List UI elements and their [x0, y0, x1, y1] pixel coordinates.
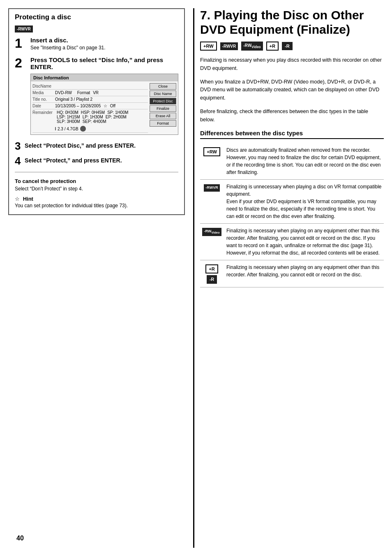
disc-info-header: Disc Information	[31, 74, 178, 81]
chapter-num: 7.	[200, 8, 210, 22]
step-2: 2 Press TOOLS to select “Disc Info,” and…	[15, 56, 178, 135]
diff-row-rwvr: -RWVR Finalizing is unnecessary when pla…	[200, 179, 384, 223]
step-3-number: 3	[15, 140, 21, 152]
hint-label: Hint	[23, 196, 33, 202]
main-title: 7. Playing the Disc on Other DVD Equipme…	[200, 8, 384, 37]
badge-minus-rwvr: -RWVR	[220, 42, 238, 50]
cancel-title: To cancel the protection	[15, 178, 178, 184]
diff-section-title: Differences between the disc types	[200, 130, 384, 139]
disc-val-media: DVD-RW Format VR	[55, 90, 148, 95]
step-3: 3 Select “Protect Disc,” and press ENTER…	[15, 141, 178, 151]
diff-badge-plusrw: +RW	[203, 147, 220, 156]
diff-text-r: Finalizing is necessary when playing on …	[225, 260, 384, 287]
intro-para-1: Finalizing is necessary when you play di…	[200, 56, 384, 72]
disc-label-remainder: Remainder	[32, 110, 55, 124]
disc-circle-icon	[80, 126, 86, 132]
disc-size-label: 2.3 / 4.7GB	[58, 127, 78, 131]
step-1-number: 1	[15, 37, 26, 50]
disc-label-name: DiscName	[32, 84, 55, 88]
disc-progress-bar	[55, 127, 56, 130]
disc-val-date: 10/13/2005 – 10/28/2005 ☆ Off	[55, 104, 148, 108]
disc-btn-protect[interactable]: Protect Disc	[150, 98, 176, 104]
disc-label-titleno: Title no.	[32, 97, 55, 102]
diff-badge-rwvideo: -RWVideo	[202, 228, 221, 236]
divider-left	[15, 172, 178, 172]
disc-btn-finalize[interactable]: Finalize	[150, 105, 176, 112]
step-1-title: Insert a disc.	[30, 37, 178, 44]
disc-btn-discname[interactable]: Disc Name	[150, 90, 176, 97]
step-3-title: Select “Protect Disc,” and press ENTER.	[25, 142, 136, 149]
intro-para-3: Before finalizing, check the differences…	[200, 108, 384, 124]
diff-badge-minusr: -R	[207, 275, 217, 283]
disc-label-media: Media	[32, 90, 55, 95]
badge-minus-rwvideo: -RWVideo	[241, 42, 263, 51]
step-4: 4 Select “Protect,” and press ENTER.	[15, 155, 178, 166]
disc-format-value: VR	[93, 90, 99, 95]
diff-table: +RW Discs are automatically finalized wh…	[200, 143, 384, 287]
step-4-number: 4	[15, 155, 21, 167]
disc-val-titleno: Original 3 / Playlist 2	[55, 97, 148, 102]
disc-info-dialog: Disc Information DiscName Media	[30, 74, 178, 135]
step-1: 1 Insert a disc. See "Inserting a Disc" …	[15, 37, 178, 51]
diff-text-rwvr: Finalizing is unnecessary when playing a…	[225, 179, 384, 223]
diff-badge-plusr: +R	[205, 264, 218, 273]
right-column: 7. Playing the Disc on Other DVD Equipme…	[193, 8, 384, 548]
disc-format-label: Format	[77, 90, 90, 95]
disc-info-buttons: Close Disc Name Protect Disc Finalize Er…	[150, 83, 176, 133]
disc-btn-eraseall[interactable]: Erase All	[150, 113, 176, 119]
step-4-title: Select “Protect,” and press ENTER.	[25, 157, 122, 164]
badge-rwvr-left: -RWVR	[15, 25, 33, 32]
right-badge-row: +RW -RWVR -RWVideo +R -R	[200, 42, 384, 51]
intro-para-2: When you finalize a DVD+RW, DVD-RW (Vide…	[200, 78, 384, 102]
badge-plus-rw: +RW	[200, 42, 217, 51]
hint-text: You can set protection for individual ti…	[15, 203, 178, 208]
diff-row-r: +R -R Finalizing is necessary when playi…	[200, 260, 384, 287]
left-section-title: Protecting a disc	[15, 13, 178, 21]
step-2-number: 2	[15, 56, 26, 70]
page-number: 40	[16, 535, 24, 542]
disc-btn-format[interactable]: Format	[150, 120, 176, 127]
cancel-text: Select “Don’t Protect” in step 4.	[15, 186, 178, 192]
disc-btn-close[interactable]: Close	[150, 83, 176, 90]
disc-label-date: Date	[32, 104, 55, 108]
main-title-text: Playing the Disc on Other DVD Equipment …	[200, 8, 364, 36]
disc-media-value: DVD-RW	[55, 90, 72, 95]
diff-row-plusrw: +RW Discs are automatically finalized wh…	[200, 143, 384, 180]
disc-val-remainder: HQ: 0H30MHSP: 0H45MSP: 1H00M LSP: 1H15ML…	[57, 110, 148, 124]
diff-badge-rwvr: -RWVR	[204, 184, 219, 192]
step-2-title: Press TOOLS to select “Disc Info,” and p…	[30, 56, 178, 70]
hint-section: ☆ Hint You can set protection for indivi…	[15, 196, 178, 208]
diff-row-rwvideo: -RWVideo Finalizing is necessary when pl…	[200, 223, 384, 260]
diff-text-plusrw: Discs are automatically finalized when r…	[225, 143, 384, 180]
hint-icon: ☆	[15, 196, 20, 202]
diff-text-rwvideo: Finalizing is necessary when playing on …	[225, 223, 384, 260]
badge-minus-r: -R	[282, 42, 293, 50]
step-1-sub: See "Inserting a Disc" on page 31.	[30, 45, 178, 51]
badge-plus-r: +R	[266, 42, 279, 51]
